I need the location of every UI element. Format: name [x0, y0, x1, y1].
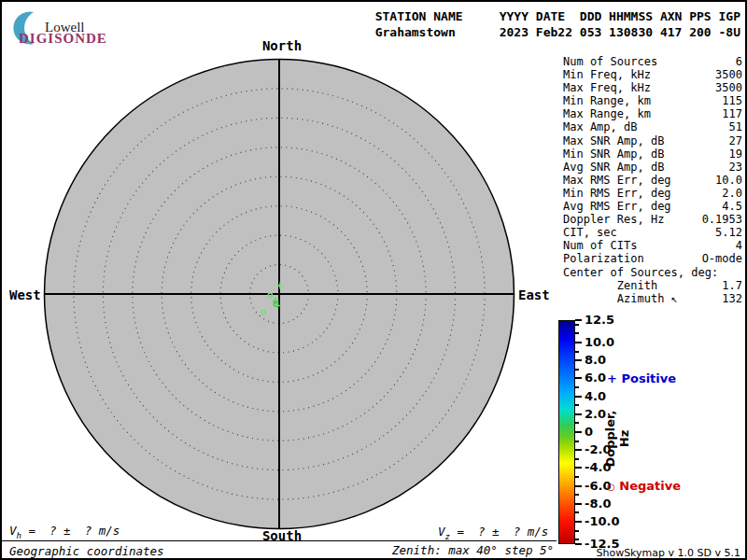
stats-value: 2.0 — [722, 187, 742, 200]
stats-label: Max Amp, dB — [563, 120, 637, 133]
colorbar-minor-tick — [575, 458, 579, 460]
stats-row: Max Amp, dB51 — [563, 120, 742, 133]
colorbar-minor-tick — [575, 404, 579, 406]
label-west: West — [9, 287, 41, 302]
stats-row: CIT, sec5.12 — [563, 226, 742, 239]
stats-row: Min Freq, kHz3500 — [563, 68, 742, 81]
colorbar-minor-tick — [575, 441, 579, 442]
stats-value: 5.12 — [715, 226, 742, 239]
stats-row: Num of CITs4 — [563, 239, 742, 252]
stats-label: Zenith — [563, 279, 657, 292]
stats-value: 115 — [722, 94, 742, 107]
vh-symbol: V — [9, 524, 17, 538]
colorbar-minor-tick — [575, 494, 579, 496]
stats-row: Center of Sources, deg: — [563, 266, 742, 279]
colorbar-minor-tick — [575, 386, 579, 388]
colorbar-minor-tick — [575, 511, 579, 513]
stats-value: 27 — [729, 134, 742, 147]
stats-label: CIT, sec — [563, 226, 617, 239]
colorbar-major-tick — [575, 485, 582, 487]
station-header: STATION NAME YYYY DATE DDD HHMMSS AXN PP… — [375, 8, 740, 40]
stats-row: Doppler Res, Hz0.1953 — [563, 213, 742, 226]
stats-label: Max RMS Err, deg — [563, 174, 671, 187]
legend-positive: + Positive — [607, 371, 676, 385]
stats-label: Polarization — [563, 252, 644, 265]
stats-row: Avg RMS Err, deg4.5 — [563, 200, 742, 213]
stats-row: PolarizationO-mode — [563, 252, 742, 265]
stats-value: 3500 — [715, 81, 742, 94]
stats-label: Max Freq, kHz — [563, 81, 651, 94]
stats-value: O-mode — [702, 252, 742, 265]
stats-value: 132 — [722, 292, 742, 305]
colorbar-minor-tick — [575, 476, 579, 478]
legend-positive-label: Positive — [621, 371, 676, 385]
colorbar-major-tick — [575, 342, 582, 343]
label-east: East — [518, 287, 550, 302]
coordinate-system-label: Geographic coordinates — [9, 544, 164, 558]
colorbar-minor-tick — [575, 422, 579, 424]
colorbar-minor-tick — [575, 324, 579, 326]
doppler-colorbar — [558, 320, 575, 544]
stats-row: Zenith1.7 — [563, 279, 742, 292]
stats-label: Min RMS Err, deg — [563, 187, 671, 200]
stats-row: Max Freq, kHz3500 — [563, 81, 742, 94]
stats-label: Avg RMS Err, deg — [563, 200, 671, 213]
logo-digisonde-text: DIGISONDE — [19, 31, 107, 47]
stats-label: Center of Sources, deg: — [563, 266, 718, 279]
colorbar-tick-label: 8.0 — [585, 353, 606, 368]
colorbar-axis-label: Doppler, Hz — [603, 401, 631, 476]
colorbar-tick-label: -8.0 — [585, 497, 611, 511]
colorbar-minor-tick — [575, 332, 579, 334]
stats-value: 4 — [736, 239, 742, 252]
vh-value: = ? ± ? m/s — [21, 524, 120, 538]
colorbar-major-tick — [575, 413, 582, 415]
vz-symbol: V — [438, 525, 445, 539]
legend-negative: ○ Negative — [607, 479, 681, 493]
colorbar-major-tick — [575, 467, 582, 469]
plus-marker-icon: + — [607, 371, 617, 385]
stats-label: Min Freq, kHz — [563, 68, 651, 81]
colorbar-major-tick — [575, 449, 582, 451]
stats-row: Max SNR Amp, dB27 — [563, 134, 742, 147]
stats-value: 0.1953 — [702, 213, 742, 226]
stats-row: Max RMS Err, deg10.0 — [563, 174, 742, 187]
horizontal-velocity-readout: Vh = ? ± ? m/s — [9, 524, 120, 540]
colorbar-minor-tick — [575, 351, 579, 353]
stats-row: Max Range, km117 — [563, 107, 742, 120]
colorbar-major-tick — [575, 431, 582, 433]
colorbar-major-tick — [575, 359, 582, 361]
stats-value: 4.5 — [722, 200, 742, 213]
app-version-label: ShowSkymap v 1.0 SD v 5.1 — [596, 547, 740, 559]
stats-label: Min SNR Amp, dB — [563, 147, 664, 161]
stats-value: 23 — [729, 161, 742, 174]
zenith-range-label: Zenith: max 40° step 5° — [392, 543, 554, 557]
stats-row: Min SNR Amp, dB19 — [563, 147, 742, 161]
stats-value: 19 — [729, 147, 742, 161]
stats-row: Azimuth ↖132 — [563, 292, 742, 305]
colorbar-major-tick — [575, 503, 582, 505]
measurement-stats-panel: Num of Sources6Min Freq, kHz3500Max Freq… — [563, 55, 742, 305]
colorbar-minor-tick — [575, 369, 579, 371]
stats-row: Min RMS Err, deg2.0 — [563, 187, 742, 200]
stats-row: Min Range, km115 — [563, 94, 742, 107]
colorbar-major-tick — [575, 543, 582, 545]
stats-value: 51 — [729, 120, 742, 133]
colorbar-minor-tick — [575, 539, 579, 540]
colorbar-tick-label: -10.0 — [585, 514, 619, 529]
stats-label: Min Range, km — [563, 94, 651, 107]
vz-value: = ? ± ? m/s — [450, 525, 548, 539]
legend-negative-label: Negative — [619, 479, 681, 493]
colorbar-major-tick — [575, 377, 582, 379]
footer-divider — [2, 540, 557, 541]
colorbar-major-tick — [575, 521, 582, 523]
stats-label: Num of CITs — [563, 239, 637, 252]
stats-label: Avg SNR Amp, dB — [563, 161, 664, 174]
stats-label: Max Range, km — [563, 107, 651, 120]
label-north: North — [262, 38, 302, 53]
stats-label: Doppler Res, Hz — [563, 213, 664, 226]
stats-label: Num of Sources — [563, 55, 657, 68]
stats-value: 1.7 — [722, 279, 742, 292]
stats-row: Num of Sources6 — [563, 55, 742, 68]
stats-value: 10.0 — [715, 174, 742, 187]
header-values-line: Grahamstown 2023 Feb22 053 130830 417 20… — [375, 25, 740, 39]
